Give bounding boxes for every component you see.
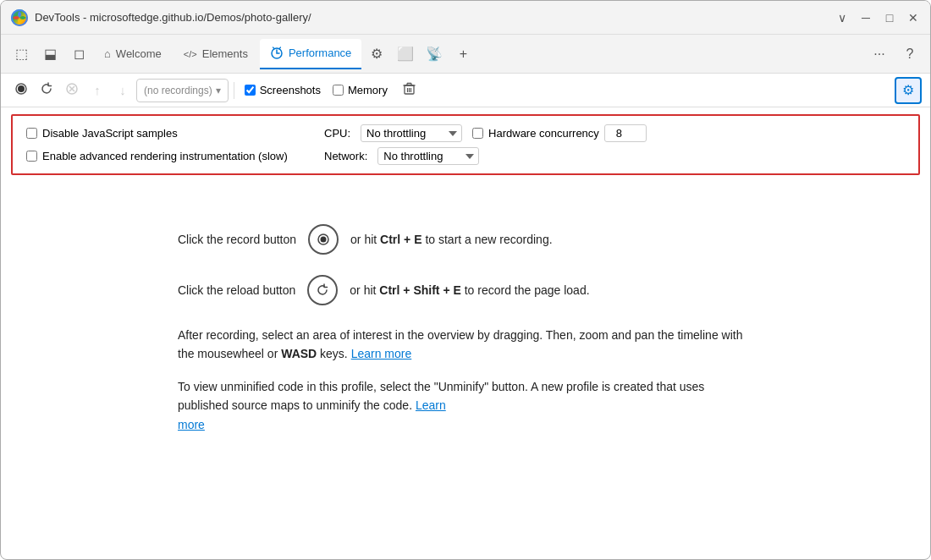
memory-label-text: Memory — [348, 84, 388, 96]
screenshots-checkbox[interactable] — [245, 85, 256, 96]
stop-icon — [65, 82, 79, 98]
settings-right-group: CPU: No throttling 4x slowdown 6x slowdo… — [307, 124, 905, 142]
reload-help-row: Click the reload button or hit Ctrl + Sh… — [178, 275, 753, 305]
settings-right-group-2: Network: No throttling Fast 3G Slow 3G — [307, 147, 905, 165]
performance-settings-button[interactable]: ⚙ — [895, 77, 922, 104]
record-help-row: Click the record button or hit Ctrl + E … — [178, 224, 753, 255]
hardware-concurrency-label: Hardware concurrency — [488, 127, 599, 140]
window-controls: ∨ ─ □ ✕ — [835, 11, 920, 25]
hardware-concurrency-group: Hardware concurrency 8 — [472, 124, 647, 142]
reload-help-text-start: Click the reload button — [178, 282, 295, 299]
help-button[interactable]: ? — [896, 41, 923, 68]
app-icon — [11, 9, 28, 26]
disable-js-samples-checkbox[interactable] — [26, 128, 37, 139]
performance-toolbar: ↑ ↓ (no recordings) ▾ Screenshots Memory — [1, 74, 930, 107]
tab-network[interactable]: 📡 — [421, 41, 448, 68]
memory-checkbox-label[interactable]: Memory — [328, 84, 393, 96]
reload-record-button[interactable] — [35, 79, 58, 102]
hardware-concurrency-input[interactable]: 8 — [604, 124, 647, 142]
devtools-settings-icon[interactable]: ◻ — [65, 41, 92, 68]
hardware-concurrency-checkbox[interactable] — [472, 128, 483, 139]
chevron-down-icon[interactable]: ∨ — [835, 11, 849, 25]
record-circle-icon — [308, 224, 339, 255]
toolbar-separator — [234, 82, 234, 99]
network-throttling-select[interactable]: No throttling Fast 3G Slow 3G — [377, 147, 479, 165]
main-content: Click the record button or hit Ctrl + E … — [1, 182, 930, 464]
reload-circle-icon — [307, 275, 338, 305]
maximize-button[interactable]: □ — [883, 11, 896, 25]
cpu-label: CPU: — [324, 127, 350, 140]
close-button[interactable]: ✕ — [906, 11, 920, 25]
learn-more-link-2[interactable]: Learnmore — [178, 398, 446, 431]
disable-js-samples-label[interactable]: Disable JavaScript samples — [26, 127, 297, 140]
tab-bar: ⬚ ⬓ ◻ ⌂ Welcome </> Elements Performance… — [1, 35, 930, 74]
stop-button[interactable] — [60, 79, 84, 102]
clear-button[interactable] — [398, 79, 421, 102]
network-row: Network: No throttling Fast 3G Slow 3G — [324, 147, 905, 165]
advanced-rendering-checkbox[interactable] — [26, 151, 37, 162]
record-icon — [14, 82, 28, 98]
help-paragraph-1: After recording, select an area of inter… — [178, 326, 753, 364]
help-section: Click the record button or hit Ctrl + E … — [178, 224, 753, 447]
learn-more-link-1[interactable]: Learn more — [351, 347, 412, 360]
reload-icon — [40, 82, 53, 98]
record-button[interactable] — [9, 79, 33, 102]
recordings-value: (no recordings) — [144, 85, 212, 96]
tab-elements[interactable]: </> Elements — [174, 39, 258, 69]
advanced-rendering-label[interactable]: Enable advanced rendering instrumentatio… — [26, 150, 297, 162]
minimize-button[interactable]: ─ — [859, 11, 873, 25]
tab-layers[interactable]: ⬜ — [392, 41, 419, 68]
network-label: Network: — [324, 150, 367, 162]
svg-point-15 — [321, 237, 327, 243]
settings-row-2: Enable advanced rendering instrumentatio… — [26, 147, 905, 165]
cpu-throttling-select[interactable]: No throttling 4x slowdown 6x slowdown — [361, 124, 462, 142]
title-bar: DevTools - microsoftedge.github.io/Demos… — [1, 1, 930, 35]
gear-icon: ⚙ — [902, 82, 914, 98]
home-icon: ⌂ — [104, 47, 111, 60]
elements-icon: </> — [184, 49, 197, 59]
screenshots-checkbox-label[interactable]: Screenshots — [240, 84, 326, 96]
settings-row-1: Disable JavaScript samples CPU: No throt… — [26, 124, 905, 142]
trash-icon — [403, 82, 416, 98]
screenshots-label-text: Screenshots — [260, 84, 321, 96]
sidebar-toggle-icon[interactable]: ⬚ — [8, 41, 35, 68]
reload-shortcut-text: or hit Ctrl + Shift + E to record the pa… — [350, 282, 589, 299]
recordings-dropdown[interactable]: (no recordings) ▾ — [136, 79, 229, 102]
record-help-text-start: Click the record button — [178, 231, 296, 249]
dropdown-arrow-icon: ▾ — [216, 85, 221, 96]
upload-profile-button[interactable]: ↑ — [85, 79, 109, 102]
add-tab-button[interactable]: + — [449, 41, 477, 68]
help-paragraph-2: To view unminified code in this profile,… — [178, 377, 753, 434]
settings-panel: Disable JavaScript samples CPU: No throt… — [11, 114, 920, 175]
tab-welcome[interactable]: ⌂ Welcome — [94, 39, 172, 69]
cpu-row: CPU: No throttling 4x slowdown 6x slowdo… — [324, 124, 905, 142]
record-shortcut-text: or hit Ctrl + E to start a new recording… — [350, 231, 553, 249]
more-tabs-button[interactable]: ··· — [866, 41, 893, 68]
memory-checkbox[interactable] — [333, 85, 344, 96]
window-title: DevTools - microsoftedge.github.io/Demos… — [35, 11, 835, 24]
tab-performance[interactable]: Performance — [260, 39, 361, 69]
tab-end-buttons: ··· ? — [866, 41, 923, 68]
dock-icon[interactable]: ⬓ — [36, 41, 63, 68]
download-profile-button[interactable]: ↓ — [111, 79, 135, 102]
performance-icon — [270, 46, 284, 60]
tab-gear[interactable]: ⚙ — [363, 41, 390, 68]
upload-icon: ↑ — [94, 83, 101, 97]
svg-point-2 — [18, 85, 25, 92]
download-icon: ↓ — [119, 83, 126, 97]
